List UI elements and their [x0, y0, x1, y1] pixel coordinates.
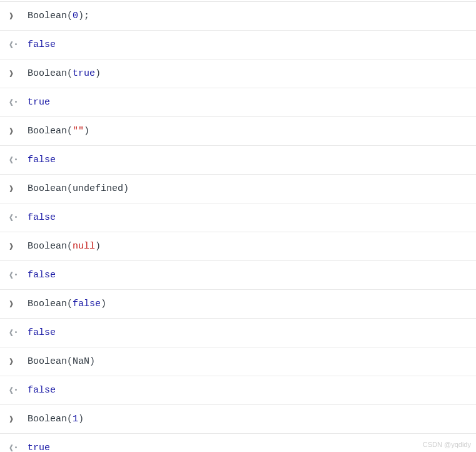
output-chevron-icon — [8, 153, 19, 167]
output-chevron-icon — [8, 38, 19, 52]
console-output-value: false — [28, 385, 56, 396]
console-output-value: false — [28, 212, 56, 223]
input-chevron-icon — [8, 66, 19, 81]
output-chevron-icon — [8, 210, 19, 225]
output-chevron-icon — [8, 95, 19, 110]
console-input-line: Boolean(undefined) — [0, 175, 476, 203]
console-output-value: false — [28, 270, 56, 280]
input-chevron-icon — [8, 297, 19, 311]
console-output-value: false — [28, 327, 56, 338]
input-chevron-icon — [8, 412, 19, 426]
console-input-code: Boolean(false) — [28, 299, 106, 309]
input-chevron-icon — [8, 354, 19, 369]
console-input-code: Boolean("") — [28, 126, 89, 136]
console-input-line: Boolean(false) — [0, 290, 476, 319]
console-output-value: true — [28, 97, 50, 108]
console-input-line: Boolean(1) — [0, 405, 476, 434]
console-output-line: false — [0, 376, 476, 405]
console-output-line: false — [0, 203, 476, 232]
console-output-value: false — [28, 155, 56, 165]
console-output-line: false — [0, 31, 476, 59]
console-output-value: true — [28, 443, 50, 452]
console-input-code: Boolean(1) — [28, 414, 84, 424]
output-chevron-icon — [8, 441, 19, 452]
output-chevron-icon — [8, 268, 19, 282]
console-input-line: Boolean(true) — [0, 59, 476, 88]
console-input-line: Boolean(NaN) — [0, 347, 476, 376]
console-input-line: Boolean(null) — [0, 232, 476, 261]
console-input-code: Boolean(null) — [28, 241, 101, 252]
watermark-text: CSDN @yqdidy — [423, 441, 471, 448]
console-input-code: Boolean(0); — [28, 11, 89, 21]
console-output-line: true — [0, 88, 476, 117]
console-output-line: false — [0, 319, 476, 347]
output-chevron-icon — [8, 326, 19, 340]
input-chevron-icon — [8, 239, 19, 254]
console-input-line: Boolean(0); — [0, 1, 476, 31]
output-chevron-icon — [8, 383, 19, 398]
input-chevron-icon — [8, 182, 19, 196]
console-output-line: false — [0, 261, 476, 290]
console-output-value: false — [28, 39, 56, 50]
console-input-code: Boolean(NaN) — [28, 356, 95, 367]
console-input-code: Boolean(true) — [28, 68, 101, 79]
console-output-line: false — [0, 146, 476, 175]
console-output-line: true — [0, 434, 476, 452]
devtools-console: Boolean(0);falseBoolean(true)trueBoolean… — [0, 0, 476, 452]
input-chevron-icon — [8, 9, 19, 23]
input-chevron-icon — [8, 124, 19, 138]
console-input-code: Boolean(undefined) — [28, 183, 129, 194]
console-input-line: Boolean("") — [0, 117, 476, 146]
